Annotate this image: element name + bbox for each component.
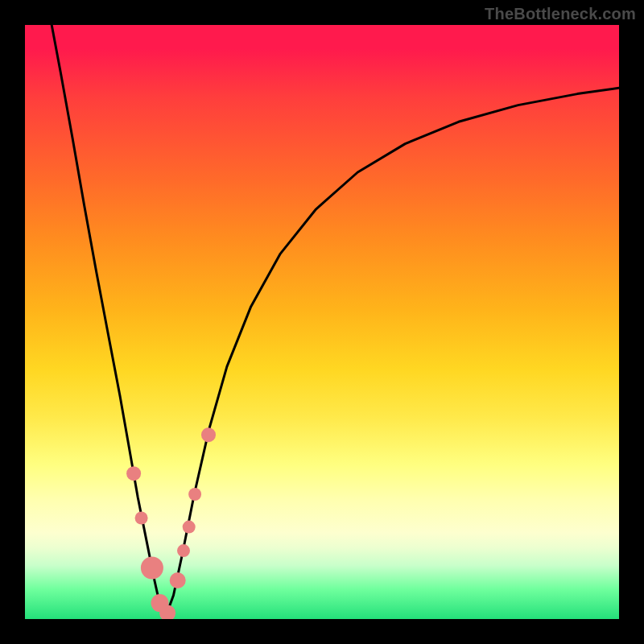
data-marker [201, 427, 216, 442]
data-marker [188, 488, 201, 501]
curve-right-branch [165, 88, 619, 617]
curve-layer [25, 25, 619, 619]
data-marker [177, 544, 190, 557]
curve-left-branch [52, 25, 165, 618]
data-marker [141, 557, 163, 580]
data-marker [135, 512, 148, 525]
bottleneck-chart: TheBottleneck.com [0, 0, 644, 644]
data-marker [126, 466, 141, 481]
data-marker [170, 572, 186, 588]
data-marker [183, 521, 196, 534]
watermark-text: TheBottleneck.com [485, 5, 636, 23]
